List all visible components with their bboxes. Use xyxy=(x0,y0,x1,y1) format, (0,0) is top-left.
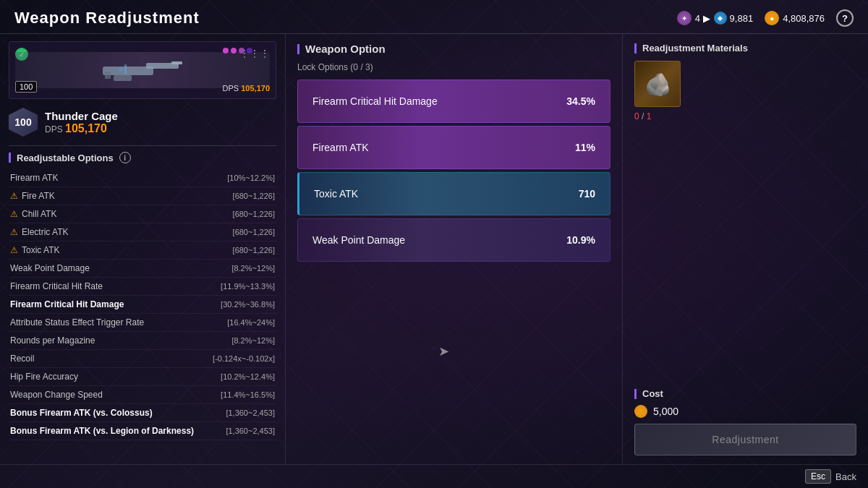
weapon-option-crit-hit-dmg[interactable]: Firearm Critical Hit Damage34.5% xyxy=(297,80,610,123)
option-value-rounds-mag: [8.2%~12%] xyxy=(231,336,275,345)
cost-value: 5,000 xyxy=(653,406,678,417)
currency-purple-item: ✦ 4 ▶ ◆ 9,881 xyxy=(677,11,753,25)
level-hex: 100 xyxy=(9,108,38,137)
option-name-weapon-change: Weapon Change Speed xyxy=(10,390,103,400)
readjustment-button[interactable]: Readjustment xyxy=(634,424,856,455)
option-value-toxic-atk: [680~1,226] xyxy=(233,246,275,254)
option-row-electric-atk: ⚠Electric ATK[680~1,226] xyxy=(9,223,276,241)
cost-section: Cost 5,000 Readjustment xyxy=(634,388,856,455)
warning-icon-chill-atk: ⚠ xyxy=(10,209,18,219)
header-right: ✦ 4 ▶ ◆ 9,881 ● 4,808,876 ? xyxy=(677,9,854,27)
option-name-electric-atk: ⚠Electric ATK xyxy=(10,227,68,237)
cursor-indicator: ➤ xyxy=(438,343,449,359)
option-name-fire-atk: ⚠Fire ATK xyxy=(10,191,55,201)
material-gem-icon: 🪨 xyxy=(644,72,671,97)
option-value-status-effect: [16.4%~24%] xyxy=(227,318,275,327)
weapon-option-value-toxic-atk: 710 xyxy=(579,188,595,200)
weapon-option-value-firearm-atk: 11% xyxy=(575,142,595,153)
cost-title: Cost xyxy=(642,388,663,399)
materials-section: Readjustment Materials 🪨 0 / 1 xyxy=(634,43,856,121)
option-row-weak-point-dmg: Weak Point Damage[8.2%~12%] xyxy=(9,260,276,278)
header: Weapon Readjustment ✦ 4 ▶ ◆ 9,881 ● 4,80… xyxy=(0,0,868,34)
option-row-chill-atk: ⚠Chill ATK[680~1,226] xyxy=(9,205,276,223)
option-row-bonus-colossus: Bonus Firearm ATK (vs. Colossus)[1,360~2… xyxy=(9,404,276,422)
material-item: 🪨 0 / 1 xyxy=(634,61,856,121)
option-name-firearm-atk: Firearm ATK xyxy=(10,173,58,183)
option-name-firearm-crit-dmg: Firearm Critical Hit Damage xyxy=(10,299,124,309)
option-label-weak-point-dmg: Weak Point Damage xyxy=(10,263,90,273)
purple-badge: 4 ▶ xyxy=(695,13,710,24)
option-row-firearm-atk: Firearm ATK[10%~12.2%] xyxy=(9,169,276,187)
option-label-firearm-crit-dmg: Firearm Critical Hit Damage xyxy=(10,299,124,309)
option-value-firearm-atk: [10%~12.2%] xyxy=(227,174,275,182)
readjustable-options-header: Readjustable Options i xyxy=(9,152,276,163)
materials-bar xyxy=(634,43,637,53)
options-list: Firearm ATK[10%~12.2%]⚠Fire ATK[680~1,22… xyxy=(9,169,276,457)
gold-value: 4,808,876 xyxy=(783,13,825,24)
weapon-level-card-badge: 100 xyxy=(15,81,37,93)
option-label-electric-atk: Electric ATK xyxy=(22,227,68,237)
material-icon-box: 🪨 xyxy=(634,61,681,107)
title-bar xyxy=(297,44,299,54)
material-current: 0 xyxy=(634,111,639,121)
option-name-bonus-colossus: Bonus Firearm ATK (vs. Colossus) xyxy=(10,408,153,418)
option-label-rounds-mag: Rounds per Magazine xyxy=(10,335,95,346)
left-panel: ✓ ⋮⋮⋮ xyxy=(0,34,286,464)
option-row-weapon-change: Weapon Change Speed[11.4%~16.5%] xyxy=(9,386,276,404)
option-name-rounds-mag: Rounds per Magazine xyxy=(10,335,95,346)
material-total: 1 xyxy=(647,111,652,121)
svg-rect-2 xyxy=(114,75,132,81)
warning-icon-toxic-atk: ⚠ xyxy=(10,245,18,255)
purple-currency-icon: ✦ xyxy=(677,11,692,25)
weapon-name-info: Thunder Cage DPS 105,170 xyxy=(45,110,118,135)
svg-rect-6 xyxy=(124,64,127,74)
cost-bar xyxy=(634,389,637,399)
option-label-bonus-legion: Bonus Firearm ATK (vs. Legion of Darknes… xyxy=(10,426,194,436)
weapon-option-weak-point[interactable]: Weak Point Damage10.9% xyxy=(297,218,610,262)
materials-header: Readjustment Materials xyxy=(634,43,856,53)
option-value-firearm-crit-dmg: [30.2%~36.8%] xyxy=(221,300,275,309)
weapon-option-value-weak-point: 10.9% xyxy=(566,234,595,246)
weapon-name: Thunder Cage xyxy=(45,110,118,122)
back-text: Back xyxy=(835,471,856,482)
weapon-option-value-crit-hit-dmg: 34.5% xyxy=(566,95,595,107)
materials-title: Readjustment Materials xyxy=(642,43,748,53)
cost-item: 5,000 xyxy=(634,405,856,418)
gold-currency-icon: ● xyxy=(765,11,779,25)
weapon-option-firearm-atk[interactable]: Firearm ATK11% xyxy=(297,126,610,169)
option-row-recoil: Recoil[-0.124x~-0.102x] xyxy=(9,350,276,368)
option-value-electric-atk: [680~1,226] xyxy=(233,228,275,236)
help-button[interactable]: ? xyxy=(836,9,854,27)
info-icon[interactable]: i xyxy=(119,152,131,163)
weapon-option-name-firearm-atk: Firearm ATK xyxy=(312,142,369,153)
readjustable-options-label: Readjustable Options xyxy=(17,153,114,163)
weapon-card: ✓ ⋮⋮⋮ xyxy=(9,41,276,99)
option-name-weak-point-dmg: Weak Point Damage xyxy=(10,263,90,273)
option-label-chill-atk: Chill ATK xyxy=(22,209,56,219)
option-row-rounds-mag: Rounds per Magazine[8.2%~12%] xyxy=(9,332,276,350)
svg-point-5 xyxy=(119,67,123,72)
page-title: Weapon Readjustment xyxy=(14,9,200,27)
cost-header: Cost xyxy=(634,388,856,399)
weapon-dps-card-badge: DPS 105,170 xyxy=(223,84,270,93)
weapon-option-name-weak-point: Weak Point Damage xyxy=(312,234,405,246)
footer: Esc Back xyxy=(0,464,868,488)
option-label-status-effect: Attribute Status Effect Trigger Rate xyxy=(10,317,144,328)
option-name-toxic-atk: ⚠Toxic ATK xyxy=(10,245,59,255)
divider-1 xyxy=(9,145,276,146)
option-row-status-effect: Attribute Status Effect Trigger Rate[16.… xyxy=(9,314,276,332)
option-label-bonus-colossus: Bonus Firearm ATK (vs. Colossus) xyxy=(10,408,153,418)
option-label-recoil: Recoil xyxy=(10,354,34,364)
esc-key[interactable]: Esc xyxy=(805,469,831,484)
svg-rect-4 xyxy=(171,61,182,64)
option-label-toxic-atk: Toxic ATK xyxy=(22,245,59,255)
empty-area: ➤ xyxy=(297,269,610,455)
currency-gold-item: ● 4,808,876 xyxy=(765,11,825,25)
weapon-options-list: Firearm Critical Hit Damage34.5%Firearm … xyxy=(297,80,610,262)
weapon-option-name-toxic-atk: Toxic ATK xyxy=(314,188,358,200)
option-name-chill-atk: ⚠Chill ATK xyxy=(10,209,56,219)
weapon-dps-info: DPS 105,170 xyxy=(45,122,118,135)
weapon-option-toxic-atk[interactable]: Toxic ATK710 xyxy=(297,172,610,215)
option-name-status-effect: Attribute Status Effect Trigger Rate xyxy=(10,317,144,328)
option-row-firearm-crit-rate: Firearm Critical Hit Rate[11.9%~13.3%] xyxy=(9,278,276,296)
